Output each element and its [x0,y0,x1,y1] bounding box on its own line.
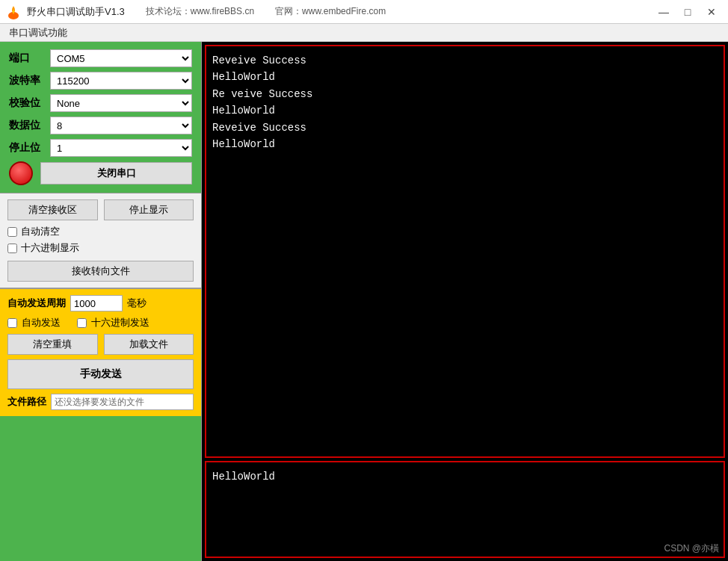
file-path-row: 文件路径 [7,394,194,410]
databits-select[interactable]: 8 7 6 5 [50,117,192,134]
unit-label: 毫秒 [127,297,146,310]
manual-send-button[interactable]: 手动发送 [7,359,194,389]
parity-label: 校验位 [9,96,50,110]
clear-reset-button[interactable]: 清空重填 [7,334,98,355]
load-file-button[interactable]: 加载文件 [104,334,194,355]
close-port-button[interactable]: 关闭串口 [40,162,192,185]
send-section: 自动发送周期 毫秒 自动发送 十六进制发送 清空重填 加载文件 手动发送 文件路… [0,288,201,416]
receive-text: Reveive Success HelloWorld Re veive Succ… [206,46,724,158]
file-path-input[interactable] [51,394,194,410]
left-panel: 端口 COM5 COM1 COM2 COM3 COM4 波特率 115200 9… [0,42,202,561]
redirect-file-button[interactable]: 接收转向文件 [7,261,194,282]
receive-section: 清空接收区 停止显示 自动清空 十六进制显示 接收转向文件 [0,193,201,288]
app-icon [6,4,21,19]
hex-display-label: 十六进制显示 [21,241,79,255]
port-row: 端口 COM5 COM1 COM2 COM3 COM4 [9,49,192,67]
baud-label: 波特率 [9,74,50,87]
stopbits-label: 停止位 [9,141,50,155]
auto-clear-label: 自动清空 [21,225,60,238]
send-btn-row: 清空重填 加载文件 [7,334,194,355]
period-input[interactable] [70,295,123,312]
title-bar: 野火串口调试助手V1.3 技术论坛：www.fireBBS.cn 官网：www.… [0,0,728,24]
title-bar-left: 野火串口调试助手V1.3 技术论坛：www.fireBBS.cn 官网：www.… [6,4,386,19]
connection-indicator [9,161,33,185]
baud-row: 波特率 115200 9600 19200 38400 57600 [9,72,192,90]
send-display: HelloWorld [205,461,725,558]
clear-receive-button[interactable]: 清空接收区 [7,199,98,220]
auto-send-period-label: 自动发送周期 [7,297,66,310]
menu-item-serial[interactable]: 串口调试功能 [3,25,73,41]
send-text: HelloWorld [206,462,724,491]
hex-display-checkbox[interactable] [7,244,17,253]
baud-select[interactable]: 115200 9600 19200 38400 57600 [50,72,192,90]
website-label: 技术论坛：www.fireBBS.cn [146,5,254,18]
port-btn-row: 关闭串口 [9,161,192,185]
official-label: 官网：www.embedFire.com [275,5,386,18]
app-title: 野火串口调试助手V1.3 [27,5,125,19]
parity-select[interactable]: None Odd Even [50,94,192,112]
maximize-button[interactable]: □ [677,4,698,20]
watermark: CSDN @亦橫 [664,542,719,555]
hex-send-checkbox[interactable] [77,318,87,328]
databits-label: 数据位 [9,119,50,132]
minimize-button[interactable]: — [653,4,674,20]
parity-row: 校验位 None Odd Even [9,94,192,112]
close-button[interactable]: ✕ [701,4,722,20]
config-section: 端口 COM5 COM1 COM2 COM3 COM4 波特率 115200 9… [0,42,201,193]
stopbits-select[interactable]: 1 1.5 2 [50,139,192,157]
auto-send-checkbox[interactable] [7,318,17,328]
hex-display-row: 十六进制显示 [7,241,194,255]
window-controls: — □ ✕ [653,4,722,20]
file-path-label: 文件路径 [7,395,46,409]
stop-display-button[interactable]: 停止显示 [104,199,194,220]
databits-row: 数据位 8 7 6 5 [9,117,192,134]
hex-send-label: 十六进制发送 [91,316,149,329]
auto-clear-checkbox[interactable] [7,227,17,237]
auto-send-period-row: 自动发送周期 毫秒 [7,295,194,312]
receive-display: Reveive Success HelloWorld Re veive Succ… [205,45,725,458]
receive-btn-row: 清空接收区 停止显示 [7,199,194,220]
right-panel: Reveive Success HelloWorld Re veive Succ… [202,42,728,561]
port-select[interactable]: COM5 COM1 COM2 COM3 COM4 [50,49,192,67]
menu-bar: 串口调试功能 [0,24,728,42]
stopbits-row: 停止位 1 1.5 2 [9,139,192,157]
port-label: 端口 [9,52,50,65]
main-content: 端口 COM5 COM1 COM2 COM3 COM4 波特率 115200 9… [0,42,728,561]
send-checkboxes-row: 自动发送 十六进制发送 [7,316,194,329]
auto-send-label: 自动发送 [22,316,61,329]
auto-clear-row: 自动清空 [7,225,194,238]
